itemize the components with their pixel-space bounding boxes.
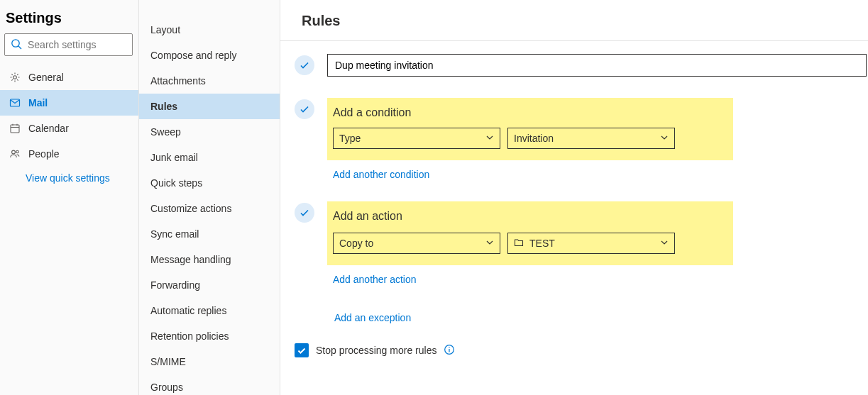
chevron-down-icon [660, 133, 669, 144]
search-icon [11, 38, 28, 52]
info-icon[interactable] [444, 344, 455, 357]
chevron-down-icon [660, 238, 669, 249]
subnav-junk-email[interactable]: Junk email [139, 145, 280, 170]
svg-point-12 [449, 347, 450, 347]
step-indicator-icon [295, 99, 314, 119]
search-input[interactable] [28, 39, 126, 50]
svg-point-8 [12, 150, 16, 154]
action-folder-select[interactable]: TEST [507, 233, 675, 254]
svg-rect-4 [11, 125, 19, 133]
svg-point-2 [13, 76, 17, 79]
folder-icon [514, 238, 524, 250]
subnav-customize-actions[interactable]: Customize actions [139, 196, 280, 221]
add-another-action-link[interactable]: Add another action [327, 274, 417, 285]
subnav-forwarding[interactable]: Forwarding [139, 272, 280, 298]
select-label: Type [339, 133, 361, 144]
nav-general[interactable]: General [0, 65, 138, 90]
settings-title: Settings [0, 0, 138, 33]
nav-label: Calendar [28, 123, 69, 134]
subnav-rules[interactable]: Rules [139, 94, 280, 119]
people-icon [7, 148, 23, 160]
mail-settings-subnav: Layout Compose and reply Attachments Rul… [139, 0, 280, 395]
subnav-retention-policies[interactable]: Retention policies [139, 323, 280, 349]
nav-label: Mail [28, 97, 48, 109]
nav-people[interactable]: People [0, 141, 138, 167]
step-indicator-icon [295, 203, 314, 223]
subnav-smime[interactable]: S/MIME [139, 349, 280, 374]
action-type-select[interactable]: Copy to [333, 233, 500, 254]
condition-type-select[interactable]: Type [333, 128, 500, 149]
select-label: Invitation [514, 133, 554, 144]
rules-panel: Rules Add a condition Type [280, 0, 868, 395]
rule-name-row [280, 54, 868, 77]
nav-label: General [28, 72, 64, 83]
gear-icon [7, 72, 23, 83]
select-label: TEST [529, 238, 555, 249]
subnav-message-handling[interactable]: Message handling [139, 247, 280, 272]
nav-calendar[interactable]: Calendar [0, 116, 138, 141]
rules-title: Rules [280, 0, 868, 41]
chevron-down-icon [485, 133, 494, 144]
subnav-groups[interactable]: Groups [139, 374, 280, 395]
action-heading: Add an action [327, 210, 733, 223]
stop-processing-row: Stop processing more rules [280, 343, 868, 357]
rule-name-input[interactable] [327, 54, 867, 77]
condition-heading: Add a condition [327, 106, 733, 119]
subnav-automatic-replies[interactable]: Automatic replies [139, 298, 280, 323]
subnav-sync-email[interactable]: Sync email [139, 221, 280, 247]
select-label: Copy to [339, 238, 373, 249]
nav-mail[interactable]: Mail [0, 90, 138, 116]
settings-sidebar: Settings General Mail [0, 0, 139, 395]
subnav-quick-steps[interactable]: Quick steps [139, 170, 280, 196]
subnav-attachments[interactable]: Attachments [139, 68, 280, 94]
calendar-icon [7, 123, 23, 134]
condition-row: Add a condition Type Invitation [280, 98, 868, 180]
svg-point-9 [16, 150, 18, 152]
svg-line-1 [18, 46, 21, 49]
subnav-sweep[interactable]: Sweep [139, 119, 280, 145]
condition-value-select[interactable]: Invitation [507, 128, 675, 149]
add-exception-link[interactable]: Add an exception [334, 312, 411, 323]
mail-icon [7, 97, 23, 109]
add-another-condition-link[interactable]: Add another condition [327, 169, 429, 180]
action-row: Add an action Copy to [280, 201, 868, 285]
search-settings-box[interactable] [4, 33, 133, 56]
nav-label: People [28, 148, 60, 160]
step-indicator-icon [295, 55, 314, 75]
view-quick-settings-link[interactable]: View quick settings [0, 167, 138, 184]
subnav-compose-reply[interactable]: Compose and reply [139, 43, 280, 68]
action-block: Add an action Copy to [327, 201, 733, 265]
subnav-layout[interactable]: Layout [139, 17, 280, 43]
chevron-down-icon [485, 238, 494, 249]
condition-block: Add a condition Type Invitation [327, 98, 733, 160]
svg-point-0 [12, 39, 19, 46]
stop-processing-checkbox[interactable] [295, 343, 309, 357]
stop-processing-label: Stop processing more rules [316, 345, 436, 356]
